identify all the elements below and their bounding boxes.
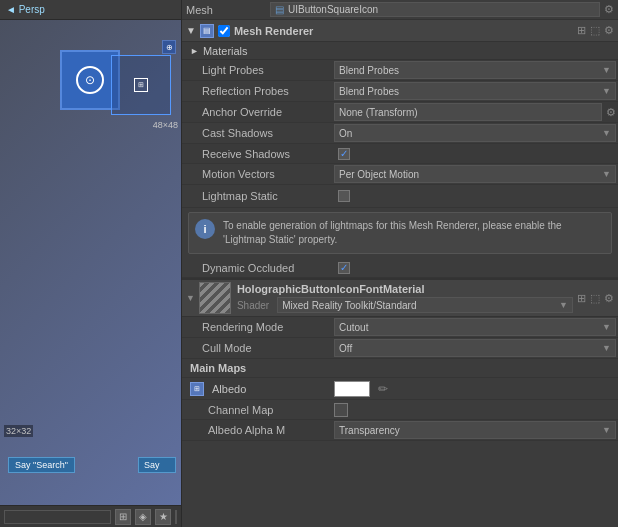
mesh-renderer-expand-icon: ▼ — [186, 25, 196, 36]
receive-shadows-label: Receive Shadows — [182, 146, 332, 162]
material-shader-arrow: ▼ — [559, 300, 568, 310]
materials-arrow: ► — [190, 46, 199, 56]
info-box: i To enable generation of lightmaps for … — [188, 212, 612, 254]
light-probes-value: Blend Probes ▼ — [332, 60, 618, 80]
albedo-alpha-row: Albedo Alpha M Transparency ▼ — [182, 420, 618, 441]
say-label: Say — [138, 457, 176, 473]
small-icon: ⊕ — [162, 40, 176, 54]
reflection-probes-dropdown-arrow: ▼ — [602, 86, 611, 96]
mesh-row: Mesh ▤ UIButtonSquareIcon ⚙ — [182, 0, 618, 20]
mesh-renderer-checkbox[interactable] — [218, 25, 230, 37]
say-search-button[interactable]: Say "Search" — [8, 457, 75, 473]
eyedropper-icon[interactable]: ✏ — [378, 382, 388, 396]
rendering-mode-label: Rendering Mode — [182, 319, 332, 335]
mesh-renderer-title: Mesh Renderer — [234, 25, 577, 37]
mesh-value: ▤ UIButtonSquareIcon — [270, 2, 600, 17]
left-panel: ◄ Persp ⊙ ⊕ ⊞ 32×32 48×48 Say "Search" S… — [0, 0, 182, 527]
lightmap-static-value — [332, 187, 618, 205]
size-label-32: 32×32 — [4, 425, 33, 437]
lightmap-static-label: Lightmap Static — [182, 188, 332, 204]
mesh-label: Mesh — [186, 4, 266, 16]
materials-subsection[interactable]: ► Materials — [182, 42, 618, 60]
cast-shadows-dropdown[interactable]: On ▼ — [334, 124, 616, 142]
material-thumbnail — [199, 282, 231, 314]
scene-view: ⊙ ⊕ ⊞ 32×32 48×48 Say "Search" Say — [0, 20, 181, 505]
tool-btn-2[interactable]: ◈ — [135, 509, 151, 525]
mesh-renderer-icon-2[interactable]: ⬚ — [590, 24, 600, 37]
albedo-alpha-dropdown[interactable]: Transparency ▼ — [334, 421, 616, 439]
mesh-renderer-icon-1[interactable]: ⊞ — [577, 24, 586, 37]
rendering-mode-row: Rendering Mode Cutout ▼ — [182, 317, 618, 338]
mesh-value-text: UIButtonSquareIcon — [288, 4, 378, 15]
lightmap-static-checkbox[interactable] — [338, 190, 350, 202]
lightmap-static-row: Lightmap Static — [182, 185, 618, 208]
mesh-renderer-header[interactable]: ▼ ▤ Mesh Renderer ⊞ ⬚ ⚙ — [182, 20, 618, 42]
material-icon-3[interactable]: ⚙ — [604, 292, 614, 305]
mesh-gear-icon[interactable]: ⚙ — [604, 3, 614, 16]
albedo-alpha-text: Transparency — [339, 425, 400, 436]
anchor-override-row: Anchor Override None (Transform) ⚙ — [182, 102, 618, 123]
channel-map-checkbox[interactable] — [334, 403, 348, 417]
inspector-panel: Mesh ▤ UIButtonSquareIcon ⚙ ▼ ▤ Mesh Ren… — [182, 0, 618, 527]
channel-map-row: Channel Map — [182, 400, 618, 420]
tool-btn-1[interactable]: ⊞ — [115, 509, 131, 525]
scroll-bar[interactable] — [4, 510, 111, 524]
material-icon-1[interactable]: ⊞ — [577, 292, 586, 305]
motion-vectors-label: Motion Vectors — [182, 166, 332, 182]
channel-map-value — [332, 402, 618, 418]
cast-shadows-value: On ▼ — [332, 123, 618, 143]
scene-background: ⊙ ⊕ ⊞ 32×32 48×48 Say "Search" Say — [0, 20, 181, 505]
object-icon: ⊙ — [76, 66, 104, 94]
receive-shadows-checkbox-container — [334, 146, 616, 162]
material-shader-row: Shader Mixed Reality Toolkit/Standard ▼ — [237, 297, 573, 313]
rendering-mode-value: Cutout ▼ — [332, 317, 618, 337]
tool-btn-3[interactable]: ★ — [155, 509, 171, 525]
bottom-toolbar: ⊞ ◈ ★ — [0, 505, 181, 527]
anchor-override-gear-icon[interactable]: ⚙ — [606, 106, 616, 119]
info-icon: i — [195, 219, 215, 239]
lightmap-static-checkbox-container — [334, 188, 616, 204]
motion-vectors-dropdown[interactable]: Per Object Motion ▼ — [334, 165, 616, 183]
light-probes-dropdown[interactable]: Blend Probes ▼ — [334, 61, 616, 79]
material-shader-dropdown[interactable]: Mixed Reality Toolkit/Standard ▼ — [277, 297, 573, 313]
anchor-override-label: Anchor Override — [182, 104, 332, 120]
material-section-header[interactable]: ▼ HolographicButtonIconFontMaterial Shad… — [182, 278, 618, 317]
albedo-swatch[interactable] — [334, 381, 370, 397]
persp-label: ◄ Persp — [6, 4, 45, 15]
albedo-label: Albedo — [212, 383, 246, 395]
reflection-probes-label: Reflection Probes — [182, 83, 332, 99]
materials-label: Materials — [203, 45, 248, 57]
receive-shadows-checkbox[interactable] — [338, 148, 350, 160]
selection-box[interactable]: ⊞ — [111, 55, 171, 115]
info-text: To enable generation of lightmaps for th… — [223, 219, 605, 247]
receive-shadows-row: Receive Shadows — [182, 144, 618, 164]
material-icon-2[interactable]: ⬚ — [590, 292, 600, 305]
rendering-mode-dropdown[interactable]: Cutout ▼ — [334, 318, 616, 336]
cull-mode-dropdown[interactable]: Off ▼ — [334, 339, 616, 357]
albedo-alpha-value: Transparency ▼ — [332, 420, 618, 440]
mesh-renderer-icon-3[interactable]: ⚙ — [604, 24, 614, 37]
albedo-alpha-arrow: ▼ — [602, 425, 611, 435]
albedo-icon: ⊞ — [190, 382, 204, 396]
receive-shadows-value — [332, 145, 618, 163]
divider — [175, 510, 177, 524]
size-label-48: 48×48 — [153, 120, 178, 130]
cull-mode-label: Cull Mode — [182, 340, 332, 356]
cast-shadows-dropdown-text: On — [339, 128, 352, 139]
rendering-mode-text: Cutout — [339, 322, 368, 333]
cast-shadows-dropdown-arrow: ▼ — [602, 128, 611, 138]
anchor-override-dropdown[interactable]: None (Transform) — [334, 103, 602, 121]
cull-mode-arrow: ▼ — [602, 343, 611, 353]
albedo-alpha-label: Albedo Alpha M — [182, 422, 332, 438]
albedo-row: ⊞ Albedo ✏ — [182, 378, 618, 400]
inner-box: ⊞ — [134, 78, 148, 92]
material-header-icons: ⊞ ⬚ ⚙ — [577, 292, 614, 305]
reflection-probes-dropdown[interactable]: Blend Probes ▼ — [334, 82, 616, 100]
dynamic-occluded-checkbox[interactable] — [338, 262, 350, 274]
material-shader-value: Mixed Reality Toolkit/Standard — [282, 300, 416, 311]
material-info: HolographicButtonIconFontMaterial Shader… — [237, 283, 573, 313]
mesh-renderer-icon: ▤ — [200, 24, 214, 38]
light-probes-dropdown-text: Blend Probes — [339, 65, 399, 76]
dynamic-occluded-label: Dynamic Occluded — [182, 260, 332, 276]
dynamic-occluded-checkbox-container — [334, 260, 616, 276]
